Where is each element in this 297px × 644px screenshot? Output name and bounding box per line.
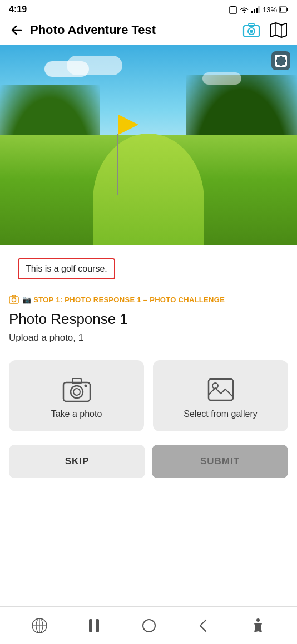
bottom-nav	[0, 606, 297, 644]
back-button[interactable]	[9, 22, 24, 38]
svg-point-12	[250, 30, 253, 33]
back-arrow-icon	[10, 23, 23, 37]
svg-rect-33	[143, 620, 155, 632]
expand-icon[interactable]	[271, 51, 290, 70]
status-icons: 13%	[229, 5, 288, 14]
svg-point-24	[84, 385, 87, 387]
take-photo-label: Take a photo	[51, 409, 102, 419]
pause-nav-icon	[88, 618, 100, 633]
wifi-icon	[239, 6, 249, 13]
svg-rect-32	[96, 619, 99, 632]
svg-point-22	[73, 389, 80, 395]
svg-point-21	[71, 386, 83, 398]
svg-rect-5	[258, 6, 260, 13]
svg-rect-2	[251, 11, 253, 13]
signal-icon	[251, 6, 260, 13]
gallery-label: Select from gallery	[184, 409, 258, 419]
caption-container: This is a golf course.	[9, 252, 288, 284]
nav-accessibility-button[interactable]	[246, 613, 270, 638]
hero-image	[0, 45, 297, 245]
caption-text: This is a golf course.	[18, 258, 115, 279]
bookmark-icon	[229, 5, 237, 14]
svg-rect-25	[209, 379, 233, 400]
camera-icon	[242, 22, 260, 38]
grid-nav-icon	[32, 618, 47, 633]
back-nav-icon	[198, 618, 210, 633]
app-bar-actions	[241, 21, 288, 39]
svg-rect-31	[89, 619, 92, 632]
svg-marker-13	[271, 23, 286, 37]
nav-home-button[interactable]	[137, 613, 161, 638]
nav-back-button[interactable]	[194, 614, 215, 637]
camera-large-icon	[62, 377, 91, 402]
status-time: 4:19	[9, 4, 27, 14]
nav-grid-button[interactable]	[27, 613, 52, 638]
svg-rect-4	[256, 8, 258, 13]
svg-rect-11	[249, 23, 254, 26]
content-area: 📷 STOP 1: PHOTO RESPONSE 1 – PHOTO CHALL…	[0, 295, 297, 478]
stop-label-text: 📷 STOP 1: PHOTO RESPONSE 1 – PHOTO CHALL…	[22, 296, 225, 304]
camera-button[interactable]	[241, 21, 261, 39]
take-photo-button[interactable]: Take a photo	[9, 360, 144, 431]
action-buttons: SKIP SUBMIT	[9, 445, 288, 478]
svg-rect-8	[280, 8, 281, 12]
map-button[interactable]	[269, 21, 288, 39]
stop-label: 📷 STOP 1: PHOTO RESPONSE 1 – PHOTO CHALL…	[9, 295, 288, 304]
nav-pause-button[interactable]	[83, 614, 105, 637]
gallery-large-icon	[206, 377, 235, 402]
svg-point-18	[12, 298, 16, 302]
photo-buttons-container: Take a photo Select from gallery	[9, 360, 288, 431]
camera-small-icon	[9, 295, 19, 304]
battery-percent: 13%	[263, 6, 277, 14]
svg-rect-0	[230, 7, 236, 13]
svg-point-34	[256, 618, 260, 622]
status-bar: 4:19 13%	[0, 0, 297, 17]
svg-rect-19	[12, 295, 16, 297]
home-nav-icon	[141, 618, 157, 633]
submit-button[interactable]: SUBMIT	[152, 445, 288, 478]
map-icon	[270, 22, 287, 38]
app-bar: Photo Adventure Test	[0, 17, 297, 45]
question-subtitle: Upload a photo, 1	[9, 332, 288, 343]
expand-arrows-icon	[275, 55, 287, 67]
page-title: Photo Adventure Test	[30, 23, 236, 37]
svg-rect-1	[231, 6, 235, 7]
svg-rect-3	[254, 9, 255, 13]
accessibility-nav-icon	[251, 618, 265, 633]
svg-rect-7	[287, 8, 288, 11]
skip-button[interactable]: SKIP	[9, 445, 145, 478]
question-title: Photo Response 1	[9, 311, 288, 328]
battery-icon	[279, 6, 288, 13]
gallery-button[interactable]: Select from gallery	[153, 360, 288, 431]
